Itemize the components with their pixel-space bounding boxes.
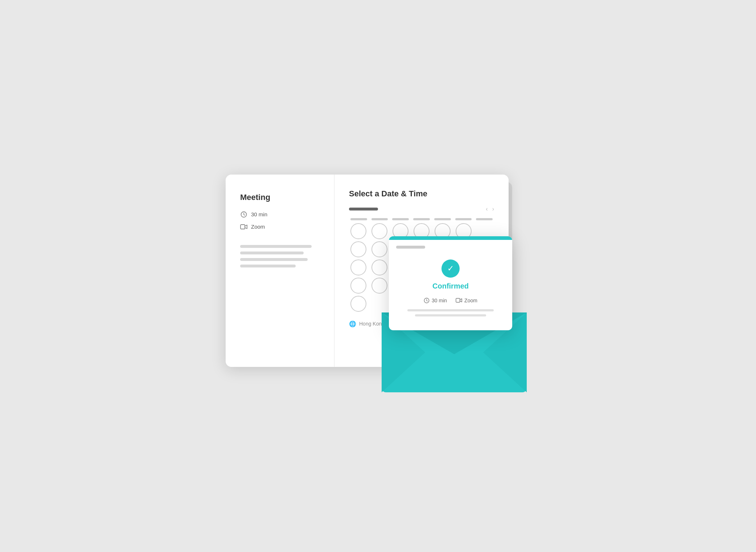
clock-icon-small	[424, 298, 430, 303]
cal-day[interactable]	[350, 278, 366, 294]
calendar-header: ‹ ›	[349, 206, 494, 212]
weekday-tue	[392, 218, 409, 220]
clock-icon	[240, 211, 247, 218]
video-label: Zoom	[251, 224, 265, 230]
confirm-line-1	[407, 309, 494, 311]
text-line-1	[240, 245, 312, 248]
scene: C calendly Meeting 30 min	[215, 164, 541, 389]
cal-day[interactable]	[371, 241, 387, 257]
video-icon-small	[456, 298, 462, 303]
confirm-card-title-bar	[396, 246, 425, 249]
weekday-sat	[476, 218, 493, 220]
svg-rect-1	[241, 225, 245, 229]
weekday-thu	[434, 218, 451, 220]
cal-day[interactable]	[350, 259, 366, 275]
prev-month-button[interactable]: ‹	[486, 206, 488, 212]
confirm-duration-label: 30 min	[432, 298, 447, 303]
cal-day[interactable]	[350, 223, 366, 239]
weekday-wed	[413, 218, 430, 220]
month-label-bar	[349, 208, 378, 210]
left-panel: Meeting 30 min Zoom	[226, 175, 334, 367]
checkmark-symbol: ✓	[447, 264, 454, 273]
cal-day[interactable]	[350, 241, 366, 257]
cal-day[interactable]	[371, 259, 387, 275]
text-line-3	[240, 258, 308, 261]
confirm-duration: 30 min	[424, 298, 447, 303]
confirm-card: ✓ Confirmed 30 min Zoom	[389, 236, 512, 330]
svg-rect-7	[456, 298, 460, 302]
meeting-title: Meeting	[240, 193, 320, 202]
weekday-mon	[371, 218, 388, 220]
duration-detail: 30 min	[240, 211, 320, 218]
calendar-title: Select a Date & Time	[349, 189, 494, 199]
duration-label: 30 min	[251, 211, 267, 217]
globe-icon: 🌐	[349, 320, 356, 327]
confirm-card-body: ✓ Confirmed 30 min Zoom	[389, 252, 512, 330]
confirm-details-row: 30 min Zoom	[400, 298, 501, 303]
description-lines	[240, 245, 320, 267]
calendar-nav[interactable]: ‹ ›	[486, 206, 494, 212]
confirm-card-teal-bar	[389, 236, 512, 240]
text-line-2	[240, 252, 304, 254]
video-icon	[240, 223, 247, 230]
cal-day[interactable]	[371, 223, 387, 239]
confirmed-text: Confirmed	[400, 282, 501, 290]
confirm-check-icon: ✓	[441, 259, 460, 278]
video-detail: Zoom	[240, 223, 320, 230]
confirm-video-label: Zoom	[464, 298, 477, 303]
cal-day[interactable]	[350, 296, 366, 312]
confirm-video: Zoom	[456, 298, 477, 303]
weekday-sun	[350, 218, 367, 220]
confirm-line-2	[415, 314, 486, 316]
confirm-detail-lines	[400, 309, 501, 316]
text-line-4	[240, 265, 296, 267]
next-month-button[interactable]: ›	[492, 206, 494, 212]
weekday-fri	[455, 218, 472, 220]
calendar-weekdays	[349, 218, 494, 220]
